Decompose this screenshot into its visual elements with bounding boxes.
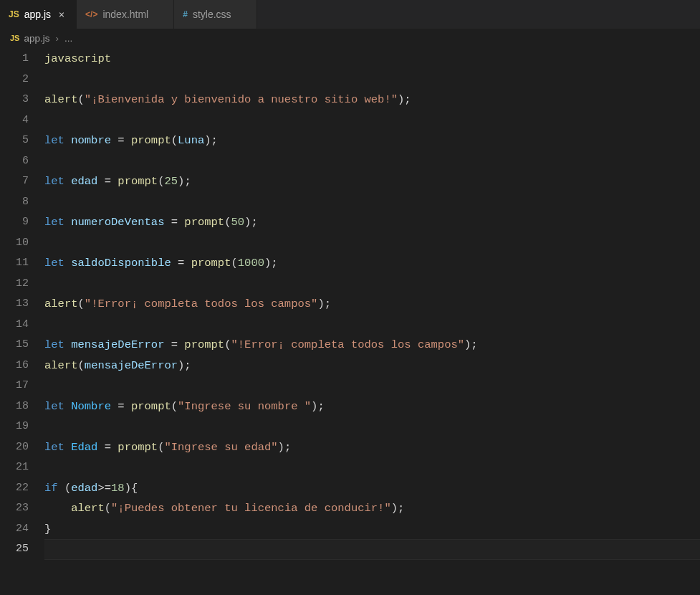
code-line[interactable]: [44, 539, 700, 560]
tab-style-css[interactable]: # style.css: [174, 0, 256, 29]
code-line[interactable]: let Nombre = prompt("Ingrese su nombre "…: [44, 396, 700, 417]
line-number: 15: [0, 335, 29, 356]
line-number: 3: [0, 90, 29, 110]
line-number: 16: [0, 356, 29, 376]
code-area[interactable]: javascript alert("¡Bienvenida y bienveni…: [44, 47, 700, 560]
css-file-icon: #: [183, 9, 188, 19]
code-line[interactable]: alert("¡Puedes obtener tu licencia de co…: [44, 498, 700, 519]
code-line[interactable]: alert(mensajeDeError);: [44, 356, 700, 376]
chevron-right-icon: ›: [56, 33, 59, 44]
line-number: 23: [0, 498, 29, 519]
line-number: 11: [0, 253, 29, 274]
code-line[interactable]: [44, 376, 700, 396]
line-number: 12: [0, 274, 29, 295]
line-number: 21: [0, 457, 29, 478]
line-number: 17: [0, 376, 29, 396]
html-file-icon: </>: [85, 9, 97, 19]
code-line[interactable]: [44, 274, 700, 295]
editor[interactable]: 1234567891011121314151617181920212223242…: [0, 47, 700, 560]
code-line[interactable]: let numeroDeVentas = prompt(50);: [44, 212, 700, 233]
breadcrumb-more: ...: [64, 33, 72, 44]
code-line[interactable]: [44, 110, 700, 131]
line-number: 13: [0, 294, 29, 315]
line-number: 5: [0, 130, 29, 151]
tab-app-js[interactable]: JS app.js ×: [0, 0, 77, 29]
code-line[interactable]: let edad = prompt(25);: [44, 171, 700, 192]
tab-label: style.css: [193, 9, 231, 20]
code-line[interactable]: javascript: [44, 49, 700, 70]
js-file-icon: JS: [9, 9, 19, 19]
line-number: 8: [0, 192, 29, 213]
code-line[interactable]: alert("¡Bienvenida y bienvenido a nuestr…: [44, 90, 700, 110]
code-line[interactable]: let Edad = prompt("Ingrese su edad");: [44, 437, 700, 458]
line-number: 10: [0, 233, 29, 254]
line-number: 6: [0, 151, 29, 172]
close-icon[interactable]: ×: [56, 9, 67, 20]
code-line[interactable]: alert("!Error¡ completa todos los campos…: [44, 294, 700, 315]
code-line[interactable]: if (edad>=18){: [44, 478, 700, 499]
line-number: 24: [0, 519, 29, 540]
breadcrumb-file: app.js: [24, 33, 49, 44]
tab-index-html[interactable]: </> index.html: [77, 0, 174, 29]
js-file-icon: JS: [10, 34, 19, 42]
line-number: 2: [0, 70, 29, 90]
line-number: 7: [0, 171, 29, 192]
code-line[interactable]: [44, 192, 700, 213]
line-number: 22: [0, 478, 29, 499]
line-number: 18: [0, 396, 29, 417]
code-line[interactable]: [44, 457, 700, 478]
line-number: 14: [0, 315, 29, 335]
code-line[interactable]: [44, 151, 700, 172]
code-line[interactable]: [44, 70, 700, 90]
line-number: 1: [0, 49, 29, 70]
line-number-gutter: 1234567891011121314151617181920212223242…: [0, 47, 44, 560]
breadcrumb[interactable]: JS app.js › ...: [0, 29, 700, 47]
line-number: 9: [0, 212, 29, 233]
tab-bar: JS app.js × </> index.html # style.css: [0, 0, 700, 29]
line-number: 4: [0, 110, 29, 131]
code-line[interactable]: let saldoDisponible = prompt(1000);: [44, 253, 700, 274]
line-number: 25: [0, 539, 29, 560]
code-line[interactable]: [44, 315, 700, 335]
code-line[interactable]: }: [44, 519, 700, 540]
line-number: 19: [0, 416, 29, 437]
tab-label: index.html: [102, 9, 148, 20]
line-number: 20: [0, 437, 29, 458]
code-line[interactable]: [44, 233, 700, 254]
code-line[interactable]: let mensajeDeError = prompt("!Error¡ com…: [44, 335, 700, 356]
code-line[interactable]: let nombre = prompt(Luna);: [44, 130, 700, 151]
code-line[interactable]: [44, 416, 700, 437]
tab-label: app.js: [24, 9, 51, 20]
